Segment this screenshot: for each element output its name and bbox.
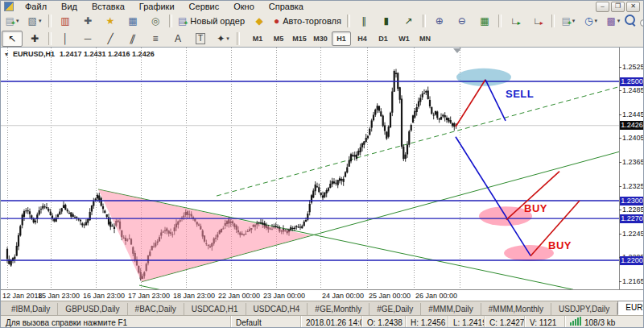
candlestick-chart-button[interactable]: ▮ (376, 13, 397, 29)
crosshair-tool[interactable]: ✚ (24, 31, 45, 47)
timeframe-button-d1[interactable]: D1 (374, 31, 393, 46)
line-chart-button[interactable]: ↗ (398, 13, 419, 29)
menu-item-окно[interactable]: Окно (226, 1, 262, 12)
menu-item-графики[interactable]: Графики (132, 1, 182, 12)
timeframe-button-m5[interactable]: M5 (269, 31, 288, 46)
text-tool-icon: A (175, 34, 181, 44)
bar-chart-button[interactable]: ∥ (353, 13, 374, 29)
vertical-line-tool-icon: │ (62, 34, 68, 44)
candlestick-chart-button-icon: ▮ (384, 16, 390, 26)
cursor-tool-icon: ↖ (8, 34, 16, 44)
menu-item-файл[interactable]: Файл (18, 1, 54, 12)
chevron-down-icon[interactable]: ▾ (16, 18, 19, 24)
chart-tab[interactable]: #MMM,Daily (421, 303, 481, 315)
chevron-down-icon[interactable]: ▾ (226, 35, 229, 42)
chart-tab[interactable]: #BAC,Daily (128, 303, 184, 315)
chart-tab[interactable]: #IBM,Daily (4, 303, 58, 315)
menu-item-сервис[interactable]: Сервис (182, 1, 227, 12)
trendline-tool[interactable]: ╱ (100, 31, 121, 47)
market-watch-button[interactable]: ▥ (55, 13, 76, 29)
channel-tool[interactable]: ∥ (122, 31, 143, 47)
templates-button[interactable]: ▩▾ (603, 13, 624, 29)
status-bar-high: H: 1.2456 (406, 316, 448, 328)
auto-trading-button[interactable]: ●Авто-торговля (271, 13, 344, 29)
time-axis-label: 16 Jan 23:00 (83, 292, 125, 300)
chevron-down-icon[interactable]: ▾ (594, 18, 597, 24)
indicators-button[interactable]: ▤+▾ (558, 13, 579, 29)
chart-tab[interactable]: USDCAD,H4 (246, 303, 308, 315)
chart-context-icon[interactable]: ▾ (5, 51, 8, 58)
timeframe-button-h1[interactable]: H1 (332, 31, 351, 46)
timeframe-button-m30[interactable]: M30 (311, 31, 330, 46)
overlay-glyph: ▸ (518, 20, 521, 27)
chart-shift-marker-icon[interactable] (453, 48, 461, 53)
close-button[interactable]: ✕ (626, 2, 640, 12)
price-axis-tick (619, 210, 621, 210)
chart-tab-active[interactable]: EURUSD,H1 (617, 301, 644, 315)
new-order-button-label: Новый ордер (190, 16, 245, 26)
restore-button[interactable]: ❐ (611, 2, 625, 12)
price-axis-label: 1.2285 (622, 206, 644, 214)
chart-tab[interactable]: GBPUSD,Daily (58, 303, 127, 315)
time-axis-label: 25 Jan 00:00 (369, 292, 411, 300)
text-tool[interactable]: A (167, 31, 188, 47)
terminal-button[interactable]: ▦ (122, 13, 143, 29)
tile-windows-button[interactable]: ▦ (474, 13, 495, 29)
strategy-tester-button[interactable]: ◎ (145, 13, 166, 29)
chart-tab[interactable]: #GE,Daily (369, 303, 421, 315)
minimize-button[interactable]: – (596, 2, 609, 12)
data-window-button[interactable]: ✚ (77, 13, 98, 29)
chevron-down-icon[interactable]: ▾ (572, 18, 576, 24)
cursor-tool[interactable]: ↖ (2, 31, 23, 47)
chart-tab[interactable]: #GE,Monthly (308, 303, 369, 315)
time-axis-label: 12 Jan 2018 (2, 292, 43, 300)
time-axis-label: 22 Jan 00:00 (218, 292, 260, 300)
chart-tab[interactable]: USDCAD,H1 (184, 303, 246, 315)
auto-scroll-button[interactable]: ∟▸ (505, 13, 526, 29)
fibonacci-tool[interactable]: ≡ (145, 31, 166, 47)
buy-annotation: BUY (548, 239, 572, 251)
crosshair-tool-icon: ✚ (31, 34, 39, 44)
label-tool[interactable]: T (190, 31, 211, 47)
new-order-button[interactable]: ▤+Новый ордер (175, 13, 247, 29)
chart-shift-button[interactable]: ∟▸ (527, 13, 548, 29)
buy-annotation: BUY (524, 202, 547, 214)
vertical-line-tool[interactable]: │ (55, 31, 76, 47)
search-icon-button[interactable] (625, 14, 635, 28)
chart-window[interactable]: ▾ EURUSD,H1 1.2417 1.2431 1.2416 1.2426 … (1, 47, 644, 301)
profiles-button[interactable]: ▧▾ (24, 13, 45, 29)
timeframe-button-w1[interactable]: W1 (394, 31, 414, 46)
menu-item-вид[interactable]: Вид (54, 1, 85, 12)
timeframe-button-h4[interactable]: H4 (353, 31, 372, 46)
price-axis-label: 1.2245 (622, 230, 644, 238)
price-chart-canvas[interactable] (1, 48, 619, 289)
zoom-out-button-icon: ⊖ (458, 16, 466, 26)
menu-bar: ФайлВидВставкаГрафикиСервисОкноСправка –… (1, 1, 643, 12)
chart-tab[interactable]: #MMM,Monthly (481, 303, 551, 315)
metaeditor-button[interactable]: ◆ (249, 13, 270, 29)
status-bar-volume: V: 1121 (525, 316, 565, 328)
market-watch-button-icon: ▥ (60, 16, 69, 26)
zoom-out-button[interactable]: ⊖ (452, 13, 473, 29)
zoom-in-button[interactable]: ⊕ (429, 13, 450, 29)
timeframe-button-m15[interactable]: M15 (290, 31, 309, 46)
navigator-button[interactable]: ★ (100, 13, 121, 29)
shapes-tool[interactable]: ✦▾ (213, 31, 233, 47)
status-bar-low: L: 1.2419 (448, 316, 485, 328)
time-axis-label: 18 Jan 23:00 (173, 292, 215, 300)
chart-tab[interactable]: USDJPY,Daily (551, 303, 617, 315)
chevron-down-icon[interactable]: ▾ (617, 18, 621, 24)
auto-scroll-button-icon: ∟▸ (510, 16, 520, 26)
timeframe-button-mn[interactable]: MN (415, 31, 435, 46)
menu-item-вставка[interactable]: Вставка (85, 1, 132, 12)
periods-button[interactable]: ◷▾ (580, 13, 601, 29)
navigator-button-icon: ★ (106, 16, 115, 26)
new-chart-button[interactable]: ▤+▾ (2, 13, 23, 29)
label-tool-icon: T (196, 33, 205, 44)
menu-item-справка[interactable]: Справка (262, 1, 311, 12)
horizontal-line-tool[interactable]: ─ (77, 31, 98, 47)
chevron-down-icon[interactable]: ▾ (39, 18, 42, 24)
app-icon (4, 2, 14, 11)
timeframe-button-m1[interactable]: M1 (248, 31, 267, 46)
status-bar-close: C: 1.2427 (485, 316, 525, 328)
